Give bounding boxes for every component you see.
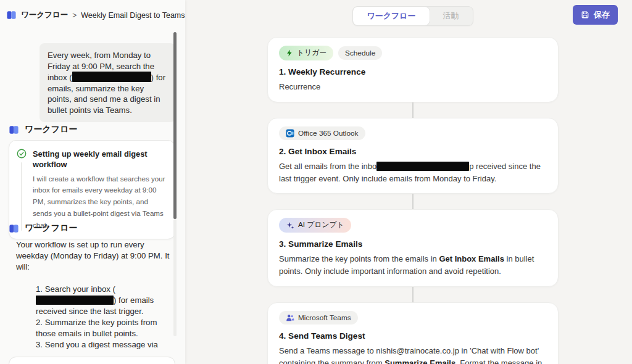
flow-connector-line [412,102,414,118]
step-card-4-send-teams-digest[interactable]: Microsoft Teams 4. Send Teams Digest Sen… [267,302,559,364]
workflow-app-icon [6,10,17,20]
chat-sidebar: ワークフロー > Weekly Email Digest to Teams Ev… [0,0,185,364]
step-description: Recurrence [279,81,547,93]
step-card-2-get-inbox-emails[interactable]: Office 365 Outlook 2. Get Inbox Emails G… [267,118,559,194]
section-header-workflow-2: ワークフロー [9,223,77,234]
teams-icon [286,313,294,322]
check-circle-icon [17,149,27,159]
workflow-app-icon [9,224,19,233]
step-card-3-summarize-emails[interactable]: AI プロンプト 3. Summarize Emails Summarize t… [267,209,559,287]
step-description: Send a Teams message to nishis@trainocat… [279,345,547,364]
section-header-workflow-1: ワークフロー [9,124,77,135]
step-card-1-weekly-recurrence[interactable]: トリガー Schedule 1. Weekly Recurrence Recur… [267,37,559,102]
step-title: 2. Get Inbox Emails [279,147,547,156]
breadcrumb: ワークフロー > Weekly Email Digest to Teams [6,10,185,20]
flow-connector-line [412,194,414,209]
sidebar-scrollbar-thumb[interactable] [173,32,177,219]
breadcrumb-separator: > [72,11,77,20]
lightning-bolt-icon [286,49,293,57]
breadcrumb-app[interactable]: ワークフロー [21,10,68,20]
main-header: ワークフロー 活動 [267,6,559,26]
sidebar-scrollbar-track[interactable] [173,219,177,336]
view-tab-group: ワークフロー 活動 [352,6,473,26]
assistant-card-partial [9,357,175,364]
timeline-connector [21,162,22,231]
save-button-label: 保存 [594,9,610,20]
section-header-label: ワークフロー [25,124,77,135]
step-title: 3. Summarize Emails [279,239,547,249]
save-icon [581,10,589,19]
ai-prompt-badge: AI プロンプト [279,218,351,233]
flow-connector-line [412,287,414,302]
summary-intro: Your workflow is set up to run every wee… [16,239,172,273]
redaction-box [376,162,469,171]
tab-activity[interactable]: 活動 [430,7,473,25]
summary-item-3: 3. Send you a digest message via [36,339,172,350]
tab-workflow[interactable]: ワークフロー [353,7,429,25]
ai-sparkle-icon [286,221,294,230]
step-title: 4. Send Teams Digest [279,331,547,341]
connector-badge-schedule: Schedule [338,46,382,60]
user-message-bubble: Every week, from Monday to Friday at 9:0… [40,43,175,122]
outlook-icon [286,129,294,138]
summary-list: 1. Search your inbox () for emails recei… [36,284,172,350]
step-description: Summarize the key points from the emails… [279,253,547,278]
breadcrumb-page: Weekly Email Digest to Teams [81,11,185,20]
workflow-canvas: トリガー Schedule 1. Weekly Recurrence Recur… [267,37,559,364]
save-button[interactable]: 保存 [573,5,618,25]
summary-item-1: 1. Search your inbox () for emails recei… [36,284,172,317]
redaction-box [36,296,114,305]
assistant-card-title: Setting up weekly email digest workflow [33,149,166,170]
trigger-badge: トリガー [279,46,333,60]
connector-badge-teams: Microsoft Teams [279,311,358,325]
workflow-app-icon [9,125,19,134]
redaction-box [72,72,151,82]
step-title: 1. Weekly Recurrence [279,67,547,77]
summary-item-2: 2. Summarize the key points from those e… [36,317,172,339]
connector-badge-outlook: Office 365 Outlook [279,126,365,140]
assistant-summary-message: Your workflow is set up to run every wee… [16,239,172,350]
section-header-label: ワークフロー [25,223,77,234]
step-description: Get all emails from the inbop received s… [279,160,547,185]
